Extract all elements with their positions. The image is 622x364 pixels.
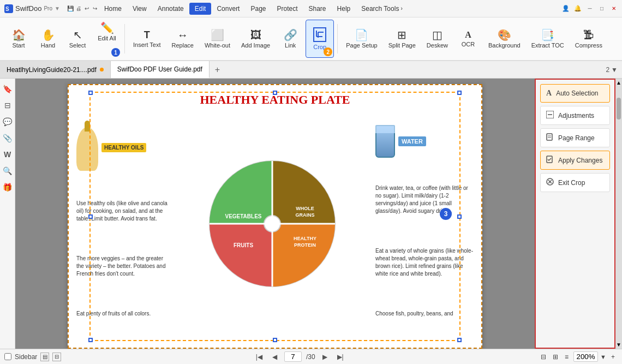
exit-crop-button[interactable]: Exit Crop xyxy=(540,173,610,192)
replace-button[interactable]: ↔ Replace xyxy=(167,20,199,58)
infographic-title: HEALTHY EATING PLATE xyxy=(76,93,474,107)
extract-toc-button[interactable]: 📑 Extract TOC xyxy=(527,20,569,58)
hand-button[interactable]: ✋ Hand xyxy=(34,20,62,58)
zoom-dropdown-btn[interactable]: ▼ xyxy=(600,354,606,360)
menu-convert[interactable]: Convert xyxy=(211,3,245,15)
extract-toc-icon: 📑 xyxy=(541,29,554,40)
start-button[interactable]: 🏠 Start xyxy=(4,20,33,58)
sidebar-gift-icon[interactable]: 🎁 xyxy=(2,181,14,193)
scroll-thumb[interactable] xyxy=(617,98,621,120)
notification-icon[interactable]: 🔔 xyxy=(574,5,582,12)
page-total-label: /30 xyxy=(306,353,315,361)
close-btn[interactable]: ✕ xyxy=(610,5,618,13)
deskew-icon: ◫ xyxy=(432,29,442,40)
background-button[interactable]: 🎨 Background xyxy=(483,20,525,58)
sidebar-label: Sidebar xyxy=(15,353,37,361)
scroll-up-btn[interactable]: ▲ xyxy=(615,79,622,87)
infographic-content: HEALTHY EATING PLATE HEALTHY OILS xyxy=(68,84,482,349)
vertical-scrollbar[interactable]: ▲ ▼ xyxy=(615,79,622,349)
single-page-btn[interactable]: ⊟ xyxy=(538,353,549,361)
prev-page-btn[interactable]: ◀ xyxy=(270,353,280,361)
save-btn[interactable]: 💾 xyxy=(67,5,74,13)
add-image-icon: 🖼 xyxy=(250,29,261,40)
page-number-input[interactable] xyxy=(284,351,302,362)
print-btn[interactable]: 🖨 xyxy=(75,5,82,13)
adjustments-icon xyxy=(546,111,554,120)
veggies-text: The more veggies – and the greater the v… xyxy=(76,255,169,278)
sidebar-attachment-icon[interactable]: 📎 xyxy=(2,132,14,144)
menu-home[interactable]: Home xyxy=(99,3,127,15)
add-tab-button[interactable]: + xyxy=(210,61,225,78)
two-page-btn[interactable]: ⊞ xyxy=(550,353,561,361)
pdf-viewer: HEALTHY EATING PLATE HEALTHY OILS xyxy=(15,79,535,349)
select-button[interactable]: ↖ Select xyxy=(63,20,92,58)
apply-changes-button[interactable]: Apply Changes xyxy=(540,151,610,170)
sidebar-layers-icon[interactable]: ⊟ xyxy=(2,99,14,111)
step3-badge: 3 xyxy=(440,208,452,220)
page-setup-button[interactable]: 📄 Page Setup xyxy=(341,20,382,58)
adjustments-button[interactable]: Adjustments xyxy=(540,106,610,125)
maximize-btn[interactable]: □ xyxy=(598,5,606,13)
replace-icon: ↔ xyxy=(177,29,188,40)
sidebar-toggle-area: Sidebar ▤ ⊟ xyxy=(4,353,61,361)
next-page-btn[interactable]: ▶ xyxy=(320,353,330,361)
tab1-label: HeatlhyLivingGuide20-21....pdf xyxy=(7,66,97,74)
crop-button[interactable]: Crop 2 xyxy=(306,20,334,58)
page-setup-icon: 📄 xyxy=(355,29,368,40)
sidebar-bookmark-icon[interactable]: 🔖 xyxy=(2,83,14,95)
menu-share[interactable]: Share xyxy=(303,3,332,15)
menu-view[interactable]: View xyxy=(127,3,152,15)
first-page-btn[interactable]: |◀ xyxy=(253,353,265,361)
tab-2[interactable]: SwifDoo PDF User Guide.pdf xyxy=(111,61,210,78)
pdf-page: HEALTHY EATING PLATE HEALTHY OILS xyxy=(68,84,482,349)
scroll-btn[interactable]: ≡ xyxy=(562,353,571,361)
svg-text:GRAINS: GRAINS xyxy=(295,212,314,218)
view-mode-buttons: ⊟ ⊞ ≡ xyxy=(538,353,571,361)
white-out-icon: ⬜ xyxy=(211,29,224,40)
sidebar-comment-icon[interactable]: 💬 xyxy=(2,116,14,128)
sidebar-search-icon[interactable]: 🔍 xyxy=(2,165,14,177)
app-pro: Pro xyxy=(44,5,52,11)
tab1-modified-dot xyxy=(100,68,104,71)
divider2 xyxy=(337,24,338,53)
link-button[interactable]: 🔗 Link xyxy=(276,20,304,58)
deskew-button[interactable]: ◫ Deskew xyxy=(422,20,453,58)
menu-annotate[interactable]: Annotate xyxy=(152,3,189,15)
split-page-icon: ⊞ xyxy=(397,29,406,40)
sidebar-checkbox[interactable] xyxy=(4,353,11,360)
menu-edit[interactable]: Edit xyxy=(189,3,212,15)
water-text: Drink water, tea, or coffee (with little… xyxy=(375,184,474,215)
white-out-button[interactable]: ⬜ White-out xyxy=(200,20,235,58)
scroll-down-btn[interactable]: ▼ xyxy=(615,341,622,349)
redo-btn[interactable]: ↪ xyxy=(91,5,99,13)
menu-search-tools[interactable]: Search Tools › xyxy=(356,3,408,15)
user-icon[interactable]: 👤 xyxy=(562,5,570,12)
zoom-fit-btn[interactable]: + xyxy=(608,353,618,361)
add-image-button[interactable]: 🖼 Add Image xyxy=(236,20,275,58)
menu-help[interactable]: Help xyxy=(332,3,356,15)
auto-selection-button[interactable]: A Auto Selection xyxy=(540,84,610,103)
edit-all-button[interactable]: ✏️ Edit All xyxy=(93,20,121,44)
oil-bottle-image xyxy=(76,127,98,171)
sidebar-font-icon[interactable]: W xyxy=(2,148,14,160)
layout-btn-2[interactable]: ⊟ xyxy=(52,353,61,361)
minimize-btn[interactable]: ─ xyxy=(586,5,594,13)
page-range-button[interactable]: Page Range xyxy=(540,128,610,147)
split-page-button[interactable]: ⊞ Split Page xyxy=(384,20,421,58)
ocr-button[interactable]: A OCR xyxy=(454,20,482,58)
tab-1[interactable]: HeatlhyLivingGuide20-21....pdf xyxy=(0,61,111,78)
menu-protect[interactable]: Protect xyxy=(272,3,303,15)
zoom-input[interactable] xyxy=(573,351,598,362)
layout-btn-1[interactable]: ▤ xyxy=(40,353,49,361)
compress-button[interactable]: 🗜 Compress xyxy=(570,20,607,58)
undo-btn[interactable]: ↩ xyxy=(83,5,91,13)
oils-section: HEALTHY OILS xyxy=(76,125,169,171)
compress-icon: 🗜 xyxy=(583,29,594,40)
insert-text-button[interactable]: T Insert Text xyxy=(128,20,166,58)
window-controls: 👤 🔔 ─ □ ✕ xyxy=(562,5,618,13)
hand-icon: ✋ xyxy=(41,29,55,40)
step1-badge: 1 xyxy=(111,48,120,57)
last-page-btn[interactable]: ▶| xyxy=(334,353,346,361)
menu-page[interactable]: Page xyxy=(245,3,271,15)
select-icon: ↖ xyxy=(73,29,82,40)
